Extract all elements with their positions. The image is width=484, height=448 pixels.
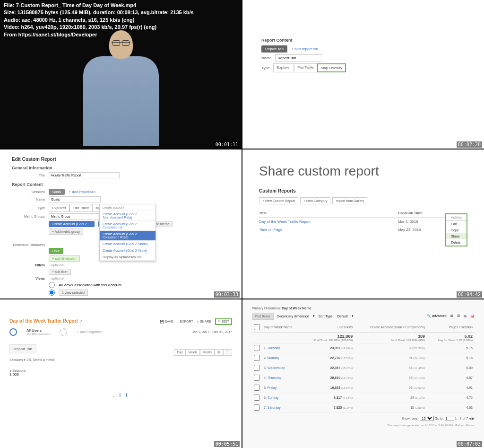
export-button[interactable]: ↓ EXPORT <box>177 318 193 325</box>
add-dimension-button[interactable]: + add dimension <box>49 255 80 262</box>
action-edit[interactable]: Edit <box>446 221 467 227</box>
dd-item[interactable]: Create Account (Goal 2 Starts) <box>100 241 156 247</box>
view-icon[interactable]: 📊 <box>470 314 475 318</box>
day-link[interactable]: Thursday <box>268 376 281 379</box>
sessions-legend: Sessions <box>12 369 26 372</box>
dd-item[interactable]: Create Account (Goal 2 Completions) <box>100 221 156 231</box>
import-gallery-button[interactable]: Import from Gallery <box>332 197 367 204</box>
table-row: 1. Tuesday 23,397 (19.04%) 80 (20.57%) 5… <box>252 343 475 353</box>
view-icon[interactable]: % <box>464 315 467 318</box>
metric-pill-1[interactable]: Create Account (Goal 2 ... <box>49 221 95 227</box>
rc-heading: Report Content <box>12 182 230 187</box>
expand-icon[interactable]: ⛶ <box>223 349 232 356</box>
type-flat-table[interactable]: Flat Table <box>294 63 317 72</box>
show-rows-select[interactable]: 10 <box>420 416 434 421</box>
row-checkbox[interactable] <box>254 355 260 361</box>
metric-dropdown-menu: create account Create Account (Goal 2 Ab… <box>99 204 156 261</box>
col-day[interactable]: Day of Week Name <box>262 323 302 333</box>
views-all-label: All views associated with this account <box>59 283 121 287</box>
day-link[interactable]: Tuesday <box>268 346 280 350</box>
col-pages[interactable]: Pages / Session <box>427 323 475 333</box>
action-copy[interactable]: Copy <box>446 227 467 233</box>
view-icon[interactable]: ⊞ <box>450 314 453 318</box>
report-tab[interactable]: Report Tab <box>9 344 36 353</box>
goto-input[interactable] <box>445 416 454 421</box>
add-metric-group-button[interactable]: + Add metric group <box>49 228 83 235</box>
type-explorer[interactable]: Explorer <box>49 204 69 212</box>
title-input[interactable] <box>49 172 120 178</box>
actions-dropdown: Actions Edit Copy Share Delete <box>445 213 467 246</box>
plot-rows-button[interactable]: Plot Rows <box>252 313 274 320</box>
select-all-checkbox[interactable] <box>254 324 260 330</box>
add-report-tab-link[interactable]: + add report tab <box>291 47 318 51</box>
view-icon[interactable]: ☰ <box>457 314 460 318</box>
row-checkbox[interactable] <box>254 385 260 391</box>
views-all-radio[interactable] <box>49 282 55 288</box>
day-link[interactable]: Friday <box>268 386 277 389</box>
goals-tab[interactable]: Goals <box>49 189 65 195</box>
day-link[interactable]: Wednesday <box>268 366 285 369</box>
share-button[interactable]: < SHARE <box>197 318 211 325</box>
new-category-button[interactable]: + New Category <box>300 197 330 204</box>
metric-groups-label: Metric Groups <box>12 215 45 218</box>
pagination-text: 1 - 7 of 7 <box>455 417 468 420</box>
new-custom-report-button[interactable]: + New Custom Report <box>259 197 298 204</box>
report-link[interactable]: Time on Page <box>259 228 398 232</box>
col-create[interactable]: Create Account (Goal 2 Completions) <box>354 323 427 333</box>
edit-button[interactable]: ✎ EDIT <box>215 318 232 325</box>
name-input[interactable] <box>49 196 101 202</box>
type-flat-table[interactable]: Flat Table <box>69 204 93 212</box>
row-checkbox[interactable] <box>254 395 260 401</box>
day-link[interactable]: Sunday <box>268 396 279 399</box>
add-tab-link[interactable]: + add report tab <box>69 190 95 194</box>
secondary-dim-dropdown[interactable]: Secondary dimension <box>277 315 309 318</box>
dd-item[interactable]: Create Account (Goal 2 Value) <box>100 247 156 254</box>
report-link[interactable]: Day of the Week Traffic Report <box>259 220 398 224</box>
timestamp: 00:04:42 <box>457 291 482 298</box>
report-tab-chip[interactable]: Report Tab <box>261 45 287 53</box>
row-checkbox[interactable] <box>254 345 260 351</box>
prev-icon[interactable]: ◀ <box>469 417 471 420</box>
view-day-button[interactable]: Day <box>174 349 185 356</box>
day-link[interactable]: Monday <box>268 356 279 360</box>
dd-footer[interactable]: Display as alphabetical list <box>100 254 156 261</box>
view-month-button[interactable]: Month <box>200 349 215 356</box>
timestamp: 00:01:11 <box>214 141 240 148</box>
name-input[interactable] <box>275 54 322 61</box>
next-icon[interactable]: ▶ <box>472 417 475 420</box>
custom-reports-heading: Custom Reports <box>259 188 467 193</box>
gen-info-heading: General Information <box>12 166 230 170</box>
dd-item-selected[interactable]: Create Account (Goal 2 Conversion Rate) <box>100 231 156 241</box>
file-metadata: File: 7-Custom Report_ Time of Day Day o… <box>0 0 198 40</box>
advanced-search[interactable]: advanced <box>432 314 446 317</box>
col-sessions[interactable]: Sessions <box>339 325 353 329</box>
views-selected-radio[interactable] <box>49 290 55 296</box>
dd-item[interactable]: Create Account (Goal 2 Abandonment Rate) <box>100 211 156 221</box>
page-title: Edit Custom Report <box>12 157 230 162</box>
views-selected-btn[interactable]: 1 view selected <box>59 290 88 296</box>
add-segment-button[interactable]: + Add Segment <box>77 330 103 334</box>
goto-label: Go to: <box>434 417 443 420</box>
sessions-dropdown[interactable]: Sessions <box>9 358 23 361</box>
action-delete[interactable]: Delete <box>446 239 467 246</box>
action-share[interactable]: Share <box>446 233 467 239</box>
type-explorer[interactable]: Explorer <box>273 63 294 72</box>
save-button[interactable]: 💾 SAVE <box>160 318 173 325</box>
views-label: Views <box>12 277 45 280</box>
row-checkbox[interactable] <box>254 375 260 381</box>
view-week-button[interactable]: Week <box>186 349 200 356</box>
day-link[interactable]: Saturday <box>268 406 281 409</box>
table-row: 3. Wednesday 22,357 (18.20%) 68 (17.48%)… <box>252 363 475 373</box>
date-range[interactable]: Jan 1, 2017 - Dec 31, 2017 <box>192 330 232 334</box>
row-checkbox[interactable] <box>254 365 260 371</box>
table-row: 7. Saturday 7,825 (6.37%) 15 (3.86%) 4.6… <box>252 403 475 413</box>
metric-group-input[interactable] <box>49 213 101 220</box>
grid-icon[interactable]: ⊞ <box>215 349 223 356</box>
add-filter-button[interactable]: + add filter <box>49 269 71 275</box>
sort-default[interactable]: Default <box>337 315 348 318</box>
type-map-overlay[interactable]: Map Overlay <box>317 63 346 72</box>
dimension-hour-pill[interactable]: Hour <box>49 248 63 254</box>
row-checkbox[interactable] <box>254 404 260 411</box>
select-metric-dropdown[interactable]: Select a metric <box>33 358 55 361</box>
section-title: Report Content <box>261 38 465 43</box>
